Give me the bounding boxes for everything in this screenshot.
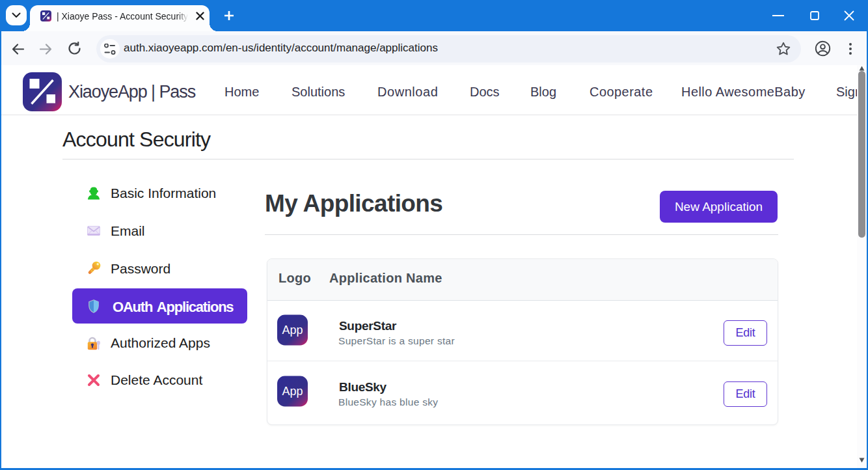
svg-text:App: App	[282, 324, 303, 337]
svg-text:App: App	[282, 385, 303, 398]
